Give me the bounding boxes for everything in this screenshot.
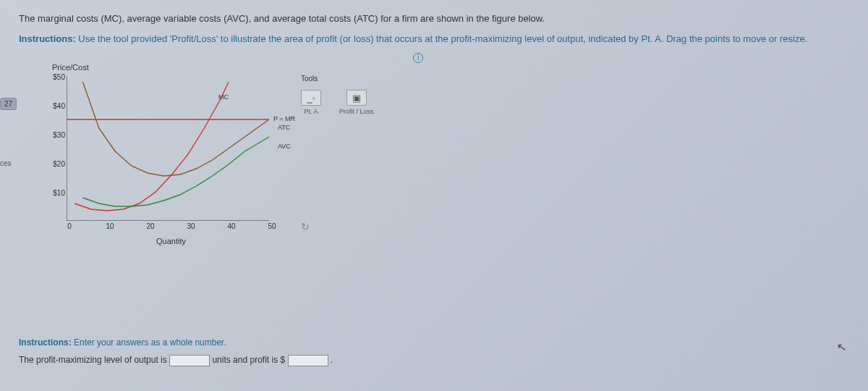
x-tick: 20 xyxy=(143,222,158,230)
x-tick: 50 xyxy=(265,222,279,230)
question-number-tab[interactable]: 27 xyxy=(0,98,17,110)
bottom-section: Instructions: Enter your answers as a wh… xyxy=(19,337,333,366)
x-tick: 40 xyxy=(224,222,239,230)
answer-text-b: units and profit is $ xyxy=(212,355,287,365)
y-tick: $30 xyxy=(36,131,65,139)
left-label: ces xyxy=(0,159,12,167)
info-icon[interactable]: i xyxy=(413,53,423,63)
output-input[interactable] xyxy=(169,355,210,366)
bottom-instr-body: Enter your answers as a whole number. xyxy=(72,337,226,348)
profit-loss-label: Profit / Loss xyxy=(339,108,374,115)
y-tick: $40 xyxy=(36,102,65,110)
tools-title: Tools xyxy=(301,75,395,83)
pta-tool[interactable]: ⎯◦ xyxy=(301,90,321,106)
pta-label: Pt. A xyxy=(304,108,318,115)
y-tick: $50 xyxy=(36,73,65,81)
x-tick: 0 xyxy=(62,222,77,230)
mc-label: MC xyxy=(218,93,229,101)
tools-panel: Tools ⎯◦ Pt. A ▣ Profit / Loss xyxy=(301,75,395,119)
avc-label: AVC xyxy=(278,143,291,150)
question-text: The marginal costs (MC), average variabl… xyxy=(19,13,849,24)
profit-input[interactable] xyxy=(288,355,328,366)
chart-title: Price/Cost xyxy=(52,63,89,72)
answer-line: The profit-maximizing level of output is… xyxy=(19,355,333,366)
answer-text-a: The profit-maximizing level of output is xyxy=(19,355,169,365)
instructions: Instructions: Use the tool provided 'Pro… xyxy=(19,33,849,46)
atc-label: ATC xyxy=(278,124,290,131)
bottom-instr-prefix: Instructions: xyxy=(19,337,72,348)
reset-icon[interactable]: ↻ xyxy=(301,221,310,232)
bottom-instructions: Instructions: Enter your answers as a wh… xyxy=(19,337,333,348)
chart-plot[interactable] xyxy=(67,76,276,221)
cursor-icon: ↖ xyxy=(835,340,847,355)
y-tick: $10 xyxy=(36,189,65,197)
x-axis-title: Quantity xyxy=(156,237,186,245)
pmr-label: P = MR xyxy=(273,115,295,122)
profit-loss-tool[interactable]: ▣ xyxy=(346,90,367,106)
answer-text-c: . xyxy=(331,355,333,365)
y-tick: $20 xyxy=(36,160,65,168)
instructions-prefix: Instructions: xyxy=(19,33,76,44)
x-tick: 30 xyxy=(184,222,198,230)
instructions-body: Use the tool provided 'Profit/Loss' to i… xyxy=(76,33,808,44)
x-tick: 10 xyxy=(103,222,117,230)
